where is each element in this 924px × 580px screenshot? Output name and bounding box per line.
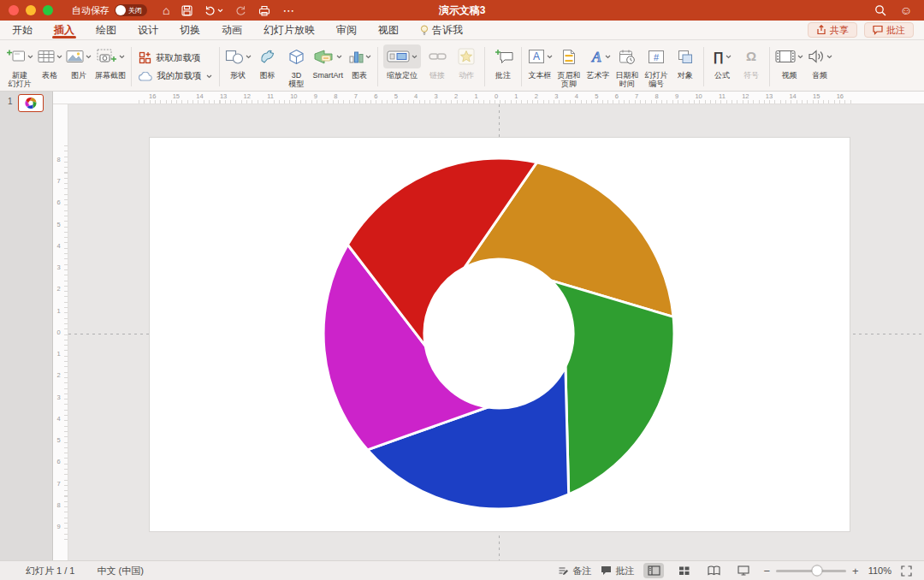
tab-view[interactable]: 视图 <box>378 21 399 39</box>
slide-thumbnail-panel: 1 <box>0 92 53 560</box>
slide-thumbnail-preview <box>20 97 42 109</box>
slide-number-button[interactable]: # 幻灯片 编号 <box>643 44 669 88</box>
notes-icon <box>558 565 569 576</box>
share-button[interactable]: 共享 <box>808 22 857 38</box>
search-icon[interactable] <box>874 4 886 16</box>
ruler-number: 10 <box>695 92 702 100</box>
tab-review[interactable]: 审阅 <box>336 21 357 39</box>
3d-model-button[interactable]: 3D 模型 <box>284 44 310 88</box>
reading-view-button[interactable] <box>703 563 724 578</box>
ribbon-button-label: 新建 幻灯片 <box>9 71 32 88</box>
new-slide-button[interactable]: 新建 幻灯片 <box>6 44 33 88</box>
slide-thumbnail[interactable] <box>18 94 44 112</box>
ruler-number: 6 <box>374 92 377 100</box>
object-button[interactable]: 对象 <box>672 44 698 80</box>
get-addins-button[interactable]: 获取加载项 <box>139 51 212 64</box>
text-box-icon: A <box>528 49 545 64</box>
slideshow-button[interactable] <box>733 563 754 578</box>
ribbon-group-divider <box>769 47 770 86</box>
ruler-number: 16 <box>837 92 844 100</box>
ruler-ticks <box>64 145 68 541</box>
slide-sorter-button[interactable] <box>673 563 694 578</box>
tab-animations[interactable]: 动画 <box>222 21 242 39</box>
tab-home[interactable]: 开始 <box>12 21 33 39</box>
ribbon-button-label: 图片 <box>71 71 86 80</box>
ruler-number: 6 <box>56 458 60 465</box>
ribbon-button-label: 页眉和 页脚 <box>558 71 581 88</box>
ruler-ticks <box>139 100 854 104</box>
screenshot-button[interactable]: 屏幕截图 <box>95 44 126 80</box>
picture-button[interactable]: 图片 <box>66 44 92 80</box>
ruler-number: 12 <box>742 92 749 100</box>
home-icon[interactable]: ⌂ <box>163 4 169 16</box>
ribbon-button-label: 符号 <box>743 71 759 80</box>
equation-button[interactable]: ∏ 公式 <box>709 44 735 80</box>
video-icon <box>775 50 796 63</box>
print-icon[interactable] <box>258 5 270 16</box>
icons-button[interactable]: 图标 <box>255 44 281 80</box>
svg-text:#: # <box>654 51 660 62</box>
table-button[interactable]: 表格 <box>37 44 62 80</box>
horizontal-ruler: 1615141312111098765432101234567891011121… <box>53 92 924 104</box>
action-button[interactable]: 动作 <box>453 44 479 80</box>
tab-design[interactable]: 设计 <box>138 21 158 39</box>
zoom-window-button[interactable] <box>43 5 53 15</box>
date-time-button[interactable]: 日期和 时间 <box>614 44 640 88</box>
get-addins-icon <box>139 51 151 64</box>
tab-draw[interactable]: 绘图 <box>96 21 116 39</box>
feedback-smiley-icon[interactable]: ☺ <box>900 4 912 16</box>
zoom-slider-thumb[interactable] <box>811 565 822 577</box>
save-icon[interactable] <box>181 5 192 16</box>
tab-insert[interactable]: 插入 <box>54 21 74 39</box>
link-button[interactable]: 链接 <box>424 44 450 80</box>
zoom-out-button[interactable]: − <box>763 565 770 577</box>
more-toolbar-icon[interactable]: ⋯ <box>282 4 295 16</box>
insert-comment-button[interactable]: 批注 <box>490 44 516 80</box>
undo-button[interactable] <box>204 5 223 15</box>
video-button[interactable]: 视频 <box>775 44 803 80</box>
tab-transitions[interactable]: 切换 <box>180 21 200 39</box>
chart-button[interactable]: 图表 <box>346 44 372 80</box>
ruler-number: 8 <box>56 156 60 163</box>
smartart-button[interactable]: SmartArt <box>313 44 344 80</box>
zoom-links-button[interactable]: 缩放定位 <box>383 44 421 80</box>
tab-tell-me[interactable]: 告诉我 <box>420 21 463 39</box>
shapes-button[interactable]: 形状 <box>225 44 252 80</box>
chevron-down-icon <box>797 55 803 59</box>
slide-thumbnail-number: 1 <box>8 97 13 106</box>
get-addins-label: 获取加载项 <box>156 52 201 64</box>
ruler-number: 8 <box>655 92 659 100</box>
wordart-button[interactable]: A 艺术字 <box>585 44 611 80</box>
ruler-number: 15 <box>813 92 820 100</box>
tab-slideshow[interactable]: 幻灯片放映 <box>264 21 315 39</box>
fit-slide-icon[interactable] <box>901 565 912 577</box>
ribbon-button-label: 链接 <box>429 71 445 80</box>
my-addins-button[interactable]: 我的加载项 <box>139 70 212 82</box>
zoom-slider[interactable] <box>776 570 846 572</box>
ruler-number: 7 <box>354 92 358 100</box>
comments-button[interactable]: 批注 <box>864 22 914 38</box>
language-indicator[interactable]: 中文 (中国) <box>97 565 143 577</box>
zoom-level[interactable]: 110% <box>868 565 891 576</box>
notes-button[interactable]: 备注 <box>558 565 591 577</box>
ruler-number: 5 <box>595 92 598 100</box>
text-box-button[interactable]: A 文本框 <box>527 44 553 80</box>
close-window-button[interactable] <box>9 5 19 15</box>
ribbon-tab-bar: 开始 插入 绘图 设计 切换 动画 幻灯片放映 审阅 视图 告诉我 共享 批注 <box>0 21 924 40</box>
status-comments-button[interactable]: 批注 <box>601 565 634 577</box>
autosave-toggle[interactable]: 关闭 <box>115 4 147 16</box>
symbol-button[interactable]: Ω 符号 <box>738 44 764 80</box>
ruler-number: 7 <box>56 177 60 185</box>
autosave-label: 自动保存 <box>72 4 110 17</box>
aperture-graphic[interactable] <box>150 138 850 531</box>
minimize-window-button[interactable] <box>26 5 36 15</box>
icons-bird-icon <box>259 49 275 64</box>
header-footer-button[interactable]: 页眉和 页脚 <box>556 44 582 88</box>
zoom-in-button[interactable]: + <box>852 565 859 577</box>
editing-canvas[interactable] <box>68 104 924 560</box>
ruler-number: 2 <box>454 92 458 100</box>
normal-view-button[interactable] <box>643 563 664 578</box>
redo-icon[interactable] <box>235 5 246 15</box>
ruler-number: 4 <box>414 92 418 100</box>
audio-button[interactable]: 音频 <box>807 44 832 80</box>
